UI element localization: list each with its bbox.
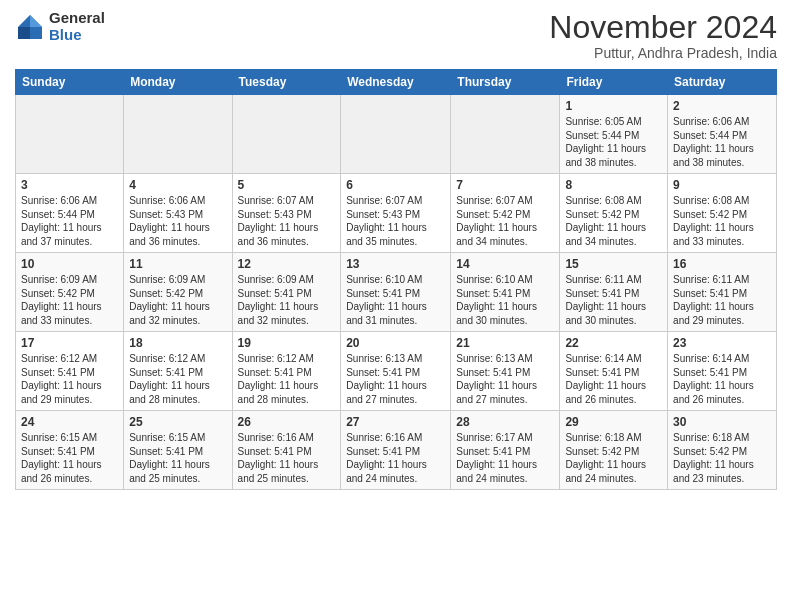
calendar-cell: 24Sunrise: 6:15 AM Sunset: 5:41 PM Dayli… <box>16 411 124 490</box>
title-block: November 2024 Puttur, Andhra Pradesh, In… <box>549 10 777 61</box>
calendar-cell: 14Sunrise: 6:10 AM Sunset: 5:41 PM Dayli… <box>451 253 560 332</box>
day-info: Sunrise: 6:18 AM Sunset: 5:42 PM Dayligh… <box>565 431 662 485</box>
location: Puttur, Andhra Pradesh, India <box>549 45 777 61</box>
calendar-cell <box>124 95 232 174</box>
month-title: November 2024 <box>549 10 777 45</box>
day-number: 23 <box>673 336 771 350</box>
day-info: Sunrise: 6:13 AM Sunset: 5:41 PM Dayligh… <box>346 352 445 406</box>
day-info: Sunrise: 6:09 AM Sunset: 5:42 PM Dayligh… <box>129 273 226 327</box>
calendar-cell: 30Sunrise: 6:18 AM Sunset: 5:42 PM Dayli… <box>668 411 777 490</box>
calendar-cell: 1Sunrise: 6:05 AM Sunset: 5:44 PM Daylig… <box>560 95 668 174</box>
calendar-week-4: 17Sunrise: 6:12 AM Sunset: 5:41 PM Dayli… <box>16 332 777 411</box>
calendar-cell: 12Sunrise: 6:09 AM Sunset: 5:41 PM Dayli… <box>232 253 341 332</box>
calendar-week-2: 3Sunrise: 6:06 AM Sunset: 5:44 PM Daylig… <box>16 174 777 253</box>
day-number: 20 <box>346 336 445 350</box>
calendar-cell: 2Sunrise: 6:06 AM Sunset: 5:44 PM Daylig… <box>668 95 777 174</box>
calendar-cell: 13Sunrise: 6:10 AM Sunset: 5:41 PM Dayli… <box>341 253 451 332</box>
day-number: 27 <box>346 415 445 429</box>
calendar-cell: 16Sunrise: 6:11 AM Sunset: 5:41 PM Dayli… <box>668 253 777 332</box>
day-number: 30 <box>673 415 771 429</box>
day-number: 13 <box>346 257 445 271</box>
calendar-cell: 25Sunrise: 6:15 AM Sunset: 5:41 PM Dayli… <box>124 411 232 490</box>
logo-general-text: General <box>49 10 105 27</box>
header: General Blue November 2024 Puttur, Andhr… <box>15 10 777 61</box>
calendar-cell: 21Sunrise: 6:13 AM Sunset: 5:41 PM Dayli… <box>451 332 560 411</box>
day-info: Sunrise: 6:05 AM Sunset: 5:44 PM Dayligh… <box>565 115 662 169</box>
day-info: Sunrise: 6:07 AM Sunset: 5:43 PM Dayligh… <box>238 194 336 248</box>
calendar-header: SundayMondayTuesdayWednesdayThursdayFrid… <box>16 70 777 95</box>
day-number: 5 <box>238 178 336 192</box>
logo-text: General Blue <box>49 10 105 43</box>
calendar-cell: 18Sunrise: 6:12 AM Sunset: 5:41 PM Dayli… <box>124 332 232 411</box>
calendar-cell: 27Sunrise: 6:16 AM Sunset: 5:41 PM Dayli… <box>341 411 451 490</box>
day-info: Sunrise: 6:15 AM Sunset: 5:41 PM Dayligh… <box>21 431 118 485</box>
day-number: 22 <box>565 336 662 350</box>
day-number: 12 <box>238 257 336 271</box>
calendar-cell <box>451 95 560 174</box>
column-header-thursday: Thursday <box>451 70 560 95</box>
calendar-cell: 17Sunrise: 6:12 AM Sunset: 5:41 PM Dayli… <box>16 332 124 411</box>
day-number: 21 <box>456 336 554 350</box>
day-info: Sunrise: 6:10 AM Sunset: 5:41 PM Dayligh… <box>456 273 554 327</box>
calendar-cell: 15Sunrise: 6:11 AM Sunset: 5:41 PM Dayli… <box>560 253 668 332</box>
calendar-cell <box>16 95 124 174</box>
calendar-cell: 19Sunrise: 6:12 AM Sunset: 5:41 PM Dayli… <box>232 332 341 411</box>
calendar-cell: 20Sunrise: 6:13 AM Sunset: 5:41 PM Dayli… <box>341 332 451 411</box>
day-info: Sunrise: 6:16 AM Sunset: 5:41 PM Dayligh… <box>346 431 445 485</box>
day-number: 17 <box>21 336 118 350</box>
calendar-week-5: 24Sunrise: 6:15 AM Sunset: 5:41 PM Dayli… <box>16 411 777 490</box>
day-number: 16 <box>673 257 771 271</box>
day-number: 2 <box>673 99 771 113</box>
logo: General Blue <box>15 10 105 43</box>
calendar-cell: 8Sunrise: 6:08 AM Sunset: 5:42 PM Daylig… <box>560 174 668 253</box>
svg-marker-2 <box>18 27 30 39</box>
day-number: 11 <box>129 257 226 271</box>
column-header-monday: Monday <box>124 70 232 95</box>
day-number: 9 <box>673 178 771 192</box>
day-info: Sunrise: 6:12 AM Sunset: 5:41 PM Dayligh… <box>238 352 336 406</box>
calendar-cell: 3Sunrise: 6:06 AM Sunset: 5:44 PM Daylig… <box>16 174 124 253</box>
calendar-week-3: 10Sunrise: 6:09 AM Sunset: 5:42 PM Dayli… <box>16 253 777 332</box>
day-number: 8 <box>565 178 662 192</box>
calendar-cell <box>341 95 451 174</box>
day-number: 26 <box>238 415 336 429</box>
day-info: Sunrise: 6:11 AM Sunset: 5:41 PM Dayligh… <box>565 273 662 327</box>
calendar-table: SundayMondayTuesdayWednesdayThursdayFrid… <box>15 69 777 490</box>
calendar-cell: 7Sunrise: 6:07 AM Sunset: 5:42 PM Daylig… <box>451 174 560 253</box>
logo-blue-text: Blue <box>49 27 105 44</box>
calendar-cell: 22Sunrise: 6:14 AM Sunset: 5:41 PM Dayli… <box>560 332 668 411</box>
column-header-tuesday: Tuesday <box>232 70 341 95</box>
calendar-cell: 4Sunrise: 6:06 AM Sunset: 5:43 PM Daylig… <box>124 174 232 253</box>
day-number: 19 <box>238 336 336 350</box>
calendar-cell: 11Sunrise: 6:09 AM Sunset: 5:42 PM Dayli… <box>124 253 232 332</box>
day-info: Sunrise: 6:06 AM Sunset: 5:44 PM Dayligh… <box>673 115 771 169</box>
day-number: 6 <box>346 178 445 192</box>
day-info: Sunrise: 6:11 AM Sunset: 5:41 PM Dayligh… <box>673 273 771 327</box>
calendar-cell: 10Sunrise: 6:09 AM Sunset: 5:42 PM Dayli… <box>16 253 124 332</box>
calendar-cell: 9Sunrise: 6:08 AM Sunset: 5:42 PM Daylig… <box>668 174 777 253</box>
calendar-cell: 23Sunrise: 6:14 AM Sunset: 5:41 PM Dayli… <box>668 332 777 411</box>
calendar-week-1: 1Sunrise: 6:05 AM Sunset: 5:44 PM Daylig… <box>16 95 777 174</box>
day-number: 29 <box>565 415 662 429</box>
calendar-body: 1Sunrise: 6:05 AM Sunset: 5:44 PM Daylig… <box>16 95 777 490</box>
logo-icon <box>15 12 45 42</box>
day-number: 18 <box>129 336 226 350</box>
header-row: SundayMondayTuesdayWednesdayThursdayFrid… <box>16 70 777 95</box>
calendar-cell: 29Sunrise: 6:18 AM Sunset: 5:42 PM Dayli… <box>560 411 668 490</box>
calendar-cell: 28Sunrise: 6:17 AM Sunset: 5:41 PM Dayli… <box>451 411 560 490</box>
day-info: Sunrise: 6:09 AM Sunset: 5:42 PM Dayligh… <box>21 273 118 327</box>
day-info: Sunrise: 6:14 AM Sunset: 5:41 PM Dayligh… <box>673 352 771 406</box>
svg-marker-1 <box>30 15 42 27</box>
day-number: 14 <box>456 257 554 271</box>
day-number: 15 <box>565 257 662 271</box>
day-info: Sunrise: 6:16 AM Sunset: 5:41 PM Dayligh… <box>238 431 336 485</box>
day-info: Sunrise: 6:08 AM Sunset: 5:42 PM Dayligh… <box>673 194 771 248</box>
column-header-friday: Friday <box>560 70 668 95</box>
day-info: Sunrise: 6:13 AM Sunset: 5:41 PM Dayligh… <box>456 352 554 406</box>
day-info: Sunrise: 6:15 AM Sunset: 5:41 PM Dayligh… <box>129 431 226 485</box>
day-info: Sunrise: 6:08 AM Sunset: 5:42 PM Dayligh… <box>565 194 662 248</box>
day-number: 28 <box>456 415 554 429</box>
day-info: Sunrise: 6:07 AM Sunset: 5:43 PM Dayligh… <box>346 194 445 248</box>
day-info: Sunrise: 6:14 AM Sunset: 5:41 PM Dayligh… <box>565 352 662 406</box>
day-number: 3 <box>21 178 118 192</box>
